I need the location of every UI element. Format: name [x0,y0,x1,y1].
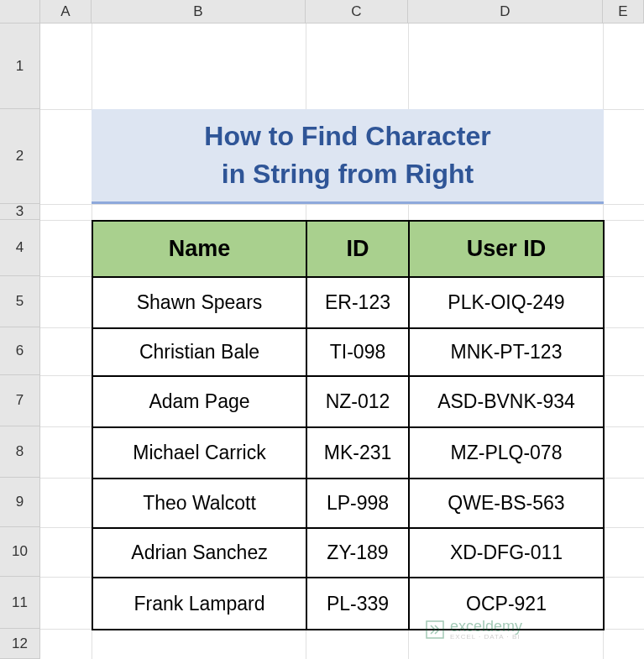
cell-id[interactable]: NZ-012 [306,376,409,427]
cell-name[interactable]: Frank Lampard [92,578,306,630]
cell-name[interactable]: Michael Carrick [92,427,306,479]
cell-name[interactable]: Christian Bale [92,328,306,376]
column-header-D[interactable]: D [408,0,603,24]
cell-userid[interactable]: PLK-OIQ-249 [409,277,604,328]
row-header-7[interactable]: 7 [0,375,40,426]
table-header-row: Name ID User ID [92,221,604,277]
row-header-4[interactable]: 4 [0,220,40,276]
column-header-B[interactable]: B [92,0,306,24]
cell-name[interactable]: Theo Walcott [92,479,306,528]
cell-name[interactable]: Shawn Spears [92,277,306,328]
title-cell[interactable]: How to Find Character in String from Rig… [92,109,604,204]
header-id[interactable]: ID [306,221,409,277]
watermark-brand: exceldemy [450,619,522,634]
watermark: exceldemy EXCEL · DATA · BI [425,619,522,641]
row-headers-column: 1 2 3 4 5 6 7 8 9 10 11 12 [0,24,40,659]
column-header-A[interactable]: A [40,0,92,24]
page-title: How to Find Character in String from Rig… [204,118,490,193]
cell-id[interactable]: PL-339 [306,578,409,630]
row-header-2[interactable]: 2 [0,109,40,204]
header-name[interactable]: Name [92,221,306,277]
column-header-C[interactable]: C [306,0,408,24]
title-line1: How to Find Character [204,121,490,151]
table-row: Theo Walcott LP-998 QWE-BS-563 [92,479,604,528]
cell-userid[interactable]: ASD-BVNK-934 [409,376,604,427]
table-row: Shawn Spears ER-123 PLK-OIQ-249 [92,277,604,328]
select-all-corner[interactable] [0,0,40,24]
cell-name[interactable]: Adrian Sanchez [92,528,306,578]
cell-id[interactable]: TI-098 [306,328,409,376]
row-header-1[interactable]: 1 [0,24,40,109]
cell-userid[interactable]: MNK-PT-123 [409,328,604,376]
cell-userid[interactable]: MZ-PLQ-078 [409,427,604,479]
table-row: Christian Bale TI-098 MNK-PT-123 [92,328,604,376]
cell-id[interactable]: ER-123 [306,277,409,328]
table-row: Michael Carrick MK-231 MZ-PLQ-078 [92,427,604,479]
table-row: Adrian Sanchez ZY-189 XD-DFG-011 [92,528,604,578]
row-header-12[interactable]: 12 [0,629,40,659]
exceldemy-logo-icon [425,620,445,640]
cell-id[interactable]: LP-998 [306,479,409,528]
table-row: Frank Lampard PL-339 OCP-921 [92,578,604,630]
column-header-E[interactable]: E [603,0,644,24]
row-header-10[interactable]: 10 [0,527,40,577]
spreadsheet-grid: A B C D E 1 2 3 4 5 6 7 8 9 10 11 12 [0,0,644,659]
row-header-9[interactable]: 9 [0,478,40,527]
column-headers-row: A B C D E [0,0,644,24]
cell-userid[interactable]: QWE-BS-563 [409,479,604,528]
cell-userid[interactable]: XD-DFG-011 [409,528,604,578]
title-line2: in String from Right [222,159,474,189]
watermark-subtitle: EXCEL · DATA · BI [450,634,522,641]
row-header-11[interactable]: 11 [0,577,40,629]
row-header-8[interactable]: 8 [0,426,40,478]
table-row: Adam Page NZ-012 ASD-BVNK-934 [92,376,604,427]
data-table: Name ID User ID Shawn Spears ER-123 PLK-… [92,220,605,630]
header-userid[interactable]: User ID [409,221,604,277]
cell-id[interactable]: ZY-189 [306,528,409,578]
row-header-5[interactable]: 5 [0,276,40,327]
cell-name[interactable]: Adam Page [92,376,306,427]
row-header-6[interactable]: 6 [0,327,40,375]
watermark-text: exceldemy EXCEL · DATA · BI [450,619,522,641]
cell-id[interactable]: MK-231 [306,427,409,479]
row-header-3[interactable]: 3 [0,204,40,220]
